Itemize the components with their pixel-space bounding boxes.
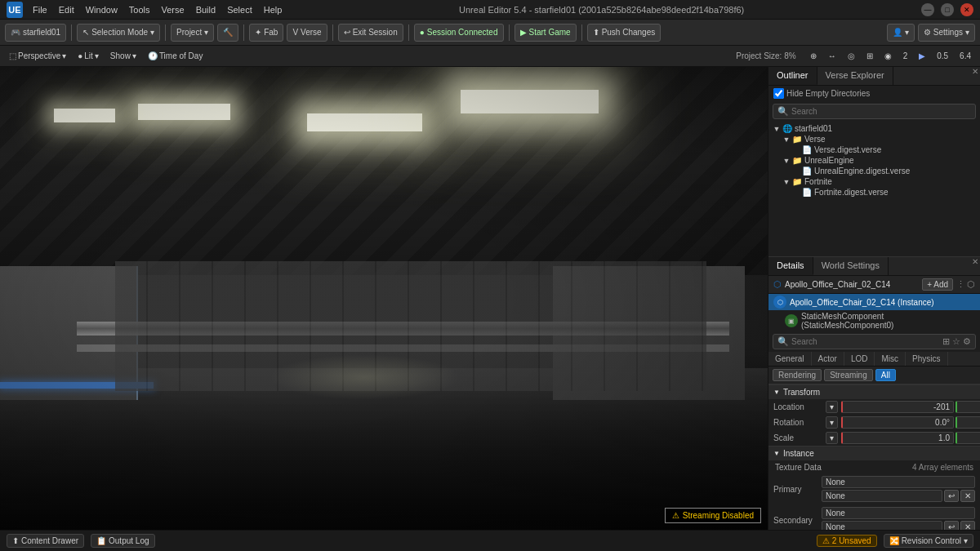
- menu-window[interactable]: Window: [86, 5, 118, 15]
- instance-section-header[interactable]: ▼ Instance: [768, 446, 980, 460]
- selection-mode-btn[interactable]: ↖ Selection Mode ▾: [77, 24, 160, 42]
- sep3: [243, 24, 244, 41]
- viewport[interactable]: ⚠ Streaming Disabled: [0, 67, 768, 530]
- revision-control-btn[interactable]: 🔀 Revision Control ▾: [884, 534, 973, 548]
- push-changes-btn[interactable]: ⬆ Push Changes: [587, 24, 662, 42]
- close-details[interactable]: ✕: [970, 257, 980, 275]
- tree-item-ue[interactable]: ▼ 📁 UnrealEngine: [768, 155, 980, 166]
- scale-dropdown[interactable]: ▾: [826, 432, 838, 444]
- vp-tool-speed[interactable]: ▶: [915, 48, 929, 64]
- tree-item-starfield01[interactable]: ▼ 🌐 starfield01: [768, 123, 980, 134]
- tab-verse-explorer[interactable]: Verse Explorer: [817, 67, 893, 85]
- verse-btn[interactable]: V Verse: [287, 24, 327, 42]
- comp-static-mesh[interactable]: ▣ StaticMeshComponent (StaticMeshCompone…: [768, 310, 980, 331]
- filter-rendering[interactable]: Rendering: [773, 369, 822, 381]
- vp-tool-snap[interactable]: ◉: [880, 48, 896, 64]
- menu-tools[interactable]: Tools: [129, 5, 150, 15]
- filter-all[interactable]: All: [875, 369, 896, 381]
- rotation-y[interactable]: [956, 416, 980, 429]
- scale-x[interactable]: [841, 432, 954, 444]
- secondary-browse-btn[interactable]: ↩: [944, 521, 959, 530]
- add-component-btn[interactable]: + Add: [922, 278, 953, 291]
- menu-file[interactable]: File: [33, 5, 47, 15]
- scene-light-2: [138, 104, 230, 120]
- vp-tool-grid[interactable]: ⊞: [862, 48, 877, 64]
- menu-edit[interactable]: Edit: [59, 5, 74, 15]
- tab-details[interactable]: Details: [768, 257, 813, 275]
- close-outliner[interactable]: ✕: [970, 67, 980, 85]
- tab-lod[interactable]: LOD: [844, 352, 875, 366]
- rotation-dropdown[interactable]: ▾: [826, 416, 838, 429]
- show-btn[interactable]: Show ▾: [106, 48, 140, 64]
- tab-misc[interactable]: Misc: [875, 352, 906, 366]
- rotation-x[interactable]: [841, 416, 954, 429]
- location-y[interactable]: [956, 401, 980, 413]
- build-btn[interactable]: 🔨: [217, 24, 238, 42]
- tab-world-settings[interactable]: World Settings: [813, 257, 889, 275]
- primary-clear-btn[interactable]: ✕: [960, 490, 975, 502]
- tab-actor[interactable]: Actor: [812, 352, 844, 366]
- details-search[interactable]: 🔍 ⊞ ☆ ⚙: [773, 334, 976, 349]
- tree-item-ue-digest[interactable]: 📄 UnrealEngine.digest.verse: [768, 166, 980, 176]
- time-of-day-btn[interactable]: 🕐 Time of Day: [144, 48, 207, 64]
- menu-verse[interactable]: Verse: [162, 5, 185, 15]
- vp-tool-rotate[interactable]: ◎: [844, 48, 859, 64]
- hide-empty-checkbox[interactable]: [773, 88, 784, 99]
- start-game-btn[interactable]: ▶ Start Game: [514, 24, 577, 42]
- location-x[interactable]: [841, 401, 954, 413]
- menu-select[interactable]: Select: [227, 5, 252, 15]
- perspective-btn[interactable]: ⬚ Perspective ▾: [5, 48, 70, 64]
- menu-help[interactable]: Help: [264, 5, 283, 15]
- primary-slot-top[interactable]: None: [822, 476, 975, 488]
- primary-browse-btn[interactable]: ↩: [944, 490, 959, 502]
- minimize-button[interactable]: —: [921, 3, 934, 16]
- vp-tool-fov[interactable]: 6.4: [956, 48, 975, 64]
- tree-item-fortnite[interactable]: ▼ 📁 Fortnite: [768, 176, 980, 187]
- secondary-slot-top[interactable]: None: [822, 507, 975, 519]
- tree-item-fortnite-digest[interactable]: 📄 Fortnite.digest.verse: [768, 187, 980, 198]
- user-settings-btn[interactable]: 👤 ▾: [887, 24, 915, 42]
- secondary-slot-bottom[interactable]: None: [822, 521, 942, 530]
- comp-instance[interactable]: ⬡ Apollo_Office_Chair_02_C14 (Instance): [768, 294, 980, 310]
- close-button[interactable]: ✕: [960, 3, 973, 16]
- project-icon-btn[interactable]: 🎮 starfield01: [5, 24, 66, 42]
- tree-item-verse-digest[interactable]: 📄 Verse.digest.verse: [768, 144, 980, 155]
- settings-btn[interactable]: ⚙ Settings ▾: [918, 24, 975, 42]
- tab-physics[interactable]: Physics: [906, 352, 947, 366]
- project-btn[interactable]: Project ▾: [171, 24, 214, 42]
- filter-streaming[interactable]: Streaming: [824, 369, 873, 381]
- main-toolbar: 🎮 starfield01 ↖ Selection Mode ▾ Project…: [0, 20, 980, 46]
- exit-session-btn[interactable]: ↩ Exit Session: [338, 24, 403, 42]
- transform-section-header[interactable]: ▼ Transform: [768, 384, 980, 399]
- title-bar-left: UE File Edit Window Tools Verse Build Se…: [7, 2, 282, 18]
- outliner-search-input[interactable]: [791, 107, 971, 116]
- primary-slot-bottom[interactable]: None: [822, 490, 942, 502]
- scale-y[interactable]: [956, 432, 980, 444]
- content-drawer-btn[interactable]: ⬆ Content Drawer: [7, 534, 84, 548]
- rotation-row: Rotation ▾ ↺: [768, 415, 980, 430]
- vp-tool-add[interactable]: ⊕: [806, 48, 821, 64]
- secondary-clear-btn[interactable]: ✕: [960, 521, 975, 530]
- outliner-search[interactable]: 🔍: [773, 104, 976, 119]
- session-connected-btn[interactable]: ● Session Connected: [414, 24, 504, 42]
- comp-instance-label: Apollo_Office_Chair_02_C14 (Instance): [790, 298, 934, 307]
- details-object-header: ⬡ Apollo_Office_Chair_02_C14 + Add ⋮ ⬡: [768, 276, 980, 294]
- fab-btn[interactable]: ✦ Fab: [249, 24, 283, 42]
- vp-tool-move[interactable]: ↔: [824, 48, 840, 64]
- details-search-input[interactable]: [791, 337, 942, 346]
- tab-outliner[interactable]: Outliner: [768, 67, 817, 85]
- location-dropdown[interactable]: ▾: [826, 401, 838, 413]
- tree-item-verse[interactable]: ▼ 📁 Verse: [768, 134, 980, 144]
- details-filter-tabs: General Actor LOD Misc Physics: [768, 352, 980, 367]
- show-label: Show: [110, 51, 131, 60]
- maximize-button[interactable]: □: [941, 3, 954, 16]
- lit-btn[interactable]: ● Lit ▾: [74, 48, 103, 64]
- revision-dropdown-icon: ▾: [964, 536, 968, 545]
- output-log-btn[interactable]: 📋 Output Log: [91, 534, 154, 548]
- menu-build[interactable]: Build: [196, 5, 216, 15]
- tab-general[interactable]: General: [768, 352, 812, 366]
- scene-light-1: [307, 113, 422, 132]
- comp-mesh-label: StaticMeshComponent (StaticMeshComponent…: [801, 312, 975, 330]
- vp-tool-speed-val[interactable]: 0.5: [933, 48, 952, 64]
- vp-tool-camera[interactable]: 2: [899, 48, 912, 64]
